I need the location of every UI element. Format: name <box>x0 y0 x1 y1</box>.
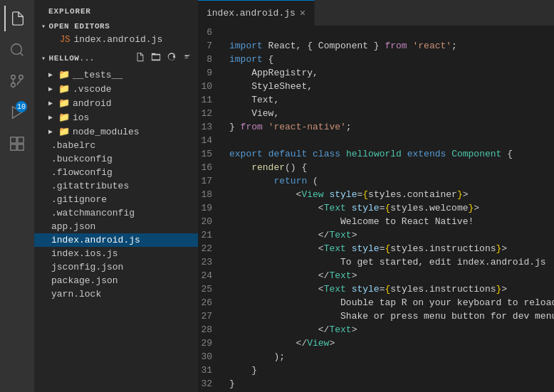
tree-item-appjson[interactable]: app.json <box>34 220 198 233</box>
tree-item-label: app.json <box>51 221 95 232</box>
tree-item-jsconfigjson[interactable]: jsconfig.json <box>34 260 198 274</box>
folder-icon: 📁 <box>58 112 70 123</box>
editor-area: index.android.js × 6789 10111213 1415161… <box>198 0 554 392</box>
svg-rect-6 <box>11 137 16 143</box>
tree-item-label: .buckconfig <box>51 154 113 164</box>
tree-item-label: .vscode <box>73 84 112 95</box>
refresh-btn[interactable] <box>165 51 178 65</box>
tree-item-ios[interactable]: ▶ 📁 ios <box>34 110 198 125</box>
helloworld-arrow: ▾ <box>41 54 46 63</box>
extensions-icon[interactable] <box>4 131 30 157</box>
sidebar-title: Explorer <box>34 0 198 20</box>
tree-item-label: .gitignore <box>51 194 107 205</box>
files-icon[interactable] <box>4 6 30 31</box>
open-editors-label: Open Editors <box>49 22 110 31</box>
activity-bar: 10 <box>0 0 34 392</box>
tree-item-label: .watchmanconfig <box>51 208 135 218</box>
code-editor: 6789 10111213 14151617 18192021 22232425… <box>198 26 554 392</box>
tree-item-babelrc[interactable]: .babelrc <box>34 139 198 152</box>
open-editors-arrow: ▾ <box>41 22 46 31</box>
source-control-icon[interactable] <box>4 68 30 94</box>
tab-filename: index.android.js <box>207 8 296 18</box>
tree-item-label: .flowconfig <box>51 167 113 178</box>
section-actions <box>134 51 198 65</box>
tree-item-label: ios <box>73 112 89 123</box>
debug-icon[interactable]: 10 <box>4 100 30 125</box>
tree-item-label: yarn.lock <box>51 289 101 300</box>
line-numbers: 6789 10111213 14151617 18192021 22232425… <box>198 26 226 392</box>
tree-item-label: package.json <box>51 275 118 286</box>
tree-item-label: __tests__ <box>73 70 122 80</box>
tree-item-gitignore[interactable]: .gitignore <box>34 193 198 206</box>
tree-item-android[interactable]: ▶ 📁 android <box>34 96 198 110</box>
tree-item-label: index.android.js <box>51 235 140 245</box>
svg-point-0 <box>11 44 22 55</box>
tree-item-label: jsconfig.json <box>51 262 123 272</box>
tree-item-index-android[interactable]: index.android.js <box>34 233 198 247</box>
code-content[interactable]: import React, { Component } from 'react'… <box>226 26 554 392</box>
svg-point-3 <box>19 75 23 80</box>
tree-item-yarnlock[interactable]: yarn.lock <box>34 287 198 301</box>
tree-item-vscode[interactable]: ▶ 📁 .vscode <box>34 82 198 96</box>
tree-item-label: .babelrc <box>51 140 95 151</box>
open-editors-section[interactable]: ▾ Open Editors <box>34 20 198 33</box>
js-file-icon: JS <box>60 35 70 45</box>
new-folder-btn[interactable] <box>150 51 162 65</box>
new-file-btn[interactable] <box>134 51 147 65</box>
helloworld-section[interactable]: ▾ HELLOW... <box>34 49 198 68</box>
tab-close-btn[interactable]: × <box>300 8 305 19</box>
tree-item-tests[interactable]: ▶ 📁 __tests__ <box>34 68 198 82</box>
tab-bar: index.android.js × <box>198 0 554 26</box>
sidebar: Explorer ▾ Open Editors JS index.android… <box>34 0 198 392</box>
folder-icon: 📁 <box>58 97 70 109</box>
svg-line-1 <box>20 53 23 55</box>
helloworld-label: HELLOW... <box>49 54 95 63</box>
tree-item-label: index.ios.js <box>51 248 118 259</box>
folder-arrow: ▶ <box>48 127 56 136</box>
open-editor-filename: index.android.js <box>73 34 162 45</box>
tab-index-android[interactable]: index.android.js × <box>198 0 315 26</box>
tree-item-node-modules[interactable]: ▶ 📁 node_modules <box>34 125 198 139</box>
open-editor-file[interactable]: JS index.android.js <box>34 33 198 46</box>
collapse-btn[interactable] <box>181 51 194 65</box>
search-icon[interactable] <box>4 37 30 63</box>
svg-point-2 <box>11 83 16 88</box>
svg-rect-9 <box>18 144 23 150</box>
tree-item-label: node_modules <box>73 127 140 137</box>
folder-icon: 📁 <box>58 69 70 80</box>
folder-arrow: ▶ <box>48 99 56 107</box>
debug-badge: 10 <box>16 101 27 112</box>
tree-item-watchmanconfig[interactable]: .watchmanconfig <box>34 206 198 220</box>
tree-item-index-ios[interactable]: index.ios.js <box>34 247 198 260</box>
tree-item-label: .gitattributes <box>51 181 129 191</box>
tree-item-gitattributes[interactable]: .gitattributes <box>34 179 198 193</box>
folder-icon: 📁 <box>58 83 70 95</box>
tree-item-flowconfig[interactable]: .flowconfig <box>34 166 198 179</box>
svg-rect-8 <box>11 144 16 150</box>
tree-item-packagejson[interactable]: package.json <box>34 274 198 287</box>
svg-rect-7 <box>18 137 23 143</box>
folder-arrow: ▶ <box>48 70 56 79</box>
tree-item-label: android <box>73 98 112 109</box>
folder-arrow: ▶ <box>48 85 56 93</box>
folder-icon: 📁 <box>58 126 70 137</box>
svg-point-4 <box>11 75 16 80</box>
tree-item-buckconfig[interactable]: .buckconfig <box>34 152 198 166</box>
folder-arrow: ▶ <box>48 113 56 122</box>
